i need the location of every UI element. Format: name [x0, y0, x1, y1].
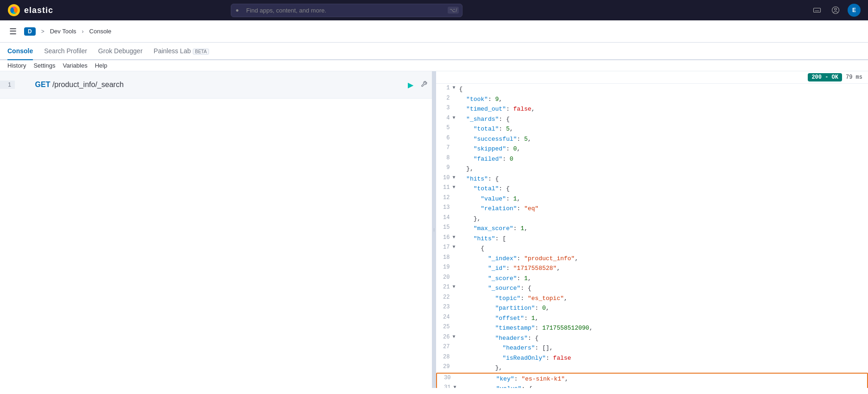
output-line-content: "timestamp": 1717558512090,: [458, 323, 868, 333]
output-line-content: "key": "es-sink-k1",: [459, 374, 868, 384]
url-path: /product_info/_search: [50, 81, 123, 88]
output-line-content: "_score": 1,: [458, 273, 868, 283]
avatar[interactable]: E: [848, 4, 861, 17]
secondary-nav: ☰ D > Dev Tools › Console: [0, 20, 868, 43]
subtoolbar-settings[interactable]: Settings: [33, 62, 55, 69]
fold-arrow: [454, 374, 459, 375]
output-line-content: "total": {: [458, 183, 868, 194]
http-method: GET: [35, 81, 51, 88]
output-line-number: 15: [436, 223, 453, 231]
fold-arrow[interactable]: ▼: [453, 243, 458, 250]
output-line-number: 20: [436, 273, 453, 281]
output-line-content: "headers": {: [458, 333, 868, 343]
tab-search-profiler[interactable]: Search Profiler: [44, 43, 87, 60]
output-line-content: {: [458, 243, 868, 253]
svg-rect-5: [813, 8, 820, 13]
output-line-number: 22: [436, 293, 453, 300]
line-number-1: 1: [0, 81, 15, 89]
breadcrumb-console: Console: [89, 28, 112, 35]
fold-arrow: [453, 134, 458, 135]
output-line-number: 30: [437, 374, 454, 381]
output-line-content: },: [458, 213, 868, 224]
output-line-content: },: [458, 363, 868, 373]
output-line: 19 "_id": "1717558528",: [436, 263, 868, 273]
hamburger-button[interactable]: ☰: [7, 25, 19, 38]
highlight-box: 30 "key": "es-sink-k1",31▼ "value": {32 …: [436, 373, 868, 388]
subtoolbar-help[interactable]: Help: [95, 62, 108, 69]
output-line: 13 "relation": "eq": [436, 203, 868, 213]
svg-point-7: [835, 8, 837, 11]
run-button[interactable]: ▶: [408, 81, 413, 89]
output-line-content: "successful": 5,: [458, 134, 868, 144]
input-panel: 1 GET /product_info/_search ▶: [0, 71, 432, 388]
wrench-button[interactable]: [421, 81, 427, 89]
editor-area: 1 GET /product_info/_search ▶ ⁝ 200 - OK…: [0, 71, 868, 388]
breadcrumb-separator2: ›: [82, 28, 84, 35]
panel-divider[interactable]: ⁝: [432, 71, 436, 388]
output-line-number: 26: [436, 333, 453, 340]
output-line: 3 "timed_out": false,: [436, 104, 868, 114]
output-line-number: 29: [436, 363, 453, 370]
output-line-number: 18: [436, 253, 453, 261]
output-line-content: "timed_out": false,: [458, 104, 868, 114]
fold-arrow: [453, 144, 458, 145]
status-badge: 200 - OK: [808, 73, 842, 81]
output-content: 1▼{2 "took": 9,3 "timed_out": false,4▼ "…: [436, 84, 868, 388]
output-line-number: 27: [436, 343, 453, 350]
tab-painless-lab[interactable]: Painless LabBETA: [154, 43, 209, 60]
svg-point-3: [10, 7, 14, 13]
fold-arrow: [453, 163, 458, 165]
breadcrumb-devtools[interactable]: Dev Tools: [50, 28, 76, 35]
fold-arrow[interactable]: ▼: [453, 333, 458, 339]
input-content[interactable]: GET /product_info/_search: [15, 72, 432, 97]
output-line-number: 16: [436, 233, 453, 241]
fold-arrow[interactable]: ▼: [453, 114, 458, 120]
fold-arrow: [453, 203, 458, 205]
output-line-content: "took": 9,: [458, 94, 868, 104]
fold-arrow[interactable]: ▼: [453, 183, 458, 190]
tab-console[interactable]: Console: [7, 43, 33, 60]
output-line-content: "headers": [],: [458, 343, 868, 353]
output-line: 16▼ "hits": [: [436, 233, 868, 244]
output-line: 30 "key": "es-sink-k1",: [437, 374, 868, 384]
output-line: 28 "isReadOnly": false: [436, 353, 868, 363]
output-line-number: 3: [436, 104, 453, 111]
output-line-number: 9: [436, 163, 453, 171]
fold-arrow[interactable]: ▼: [454, 383, 459, 388]
output-line-number: 7: [436, 144, 453, 151]
output-line-content: "relation": "eq": [458, 203, 868, 213]
fold-arrow[interactable]: ▼: [453, 174, 458, 180]
output-line: 8 "failed": 0: [436, 154, 868, 164]
fold-arrow: [453, 124, 458, 125]
fold-arrow[interactable]: ▼: [453, 283, 458, 289]
output-line-content: "_shards": {: [458, 114, 868, 124]
output-line: 7 "skipped": 0,: [436, 144, 868, 154]
output-line: 26▼ "headers": {: [436, 333, 868, 343]
output-line-number: 31: [437, 383, 454, 388]
fold-arrow: [453, 223, 458, 225]
elastic-logo[interactable]: elastic: [7, 4, 53, 17]
output-line-content: "skipped": 0,: [458, 144, 868, 154]
output-line-content: "total": 5,: [458, 124, 868, 134]
fold-arrow[interactable]: ▼: [453, 233, 458, 240]
output-line-content: "value": {: [459, 383, 868, 388]
global-search[interactable]: ● ⌥/: [231, 4, 463, 17]
fold-arrow[interactable]: ▼: [453, 84, 458, 90]
user-circle-icon[interactable]: [829, 4, 842, 17]
global-search-input[interactable]: [231, 4, 463, 17]
breadcrumb-badge[interactable]: D: [24, 27, 36, 36]
subtoolbar-variables[interactable]: Variables: [63, 62, 87, 69]
fold-arrow: [453, 154, 458, 155]
keyboard-icon[interactable]: [811, 4, 824, 17]
output-line-number: 13: [436, 203, 453, 211]
subtoolbar-history[interactable]: History: [7, 62, 26, 69]
output-line: 4▼ "_shards": {: [436, 114, 868, 124]
fold-arrow: [453, 303, 458, 304]
output-line: 21▼ "_source": {: [436, 283, 868, 293]
output-line-number: 24: [436, 313, 453, 320]
fold-arrow: [453, 323, 458, 324]
editor-line-1[interactable]: 1 GET /product_info/_search ▶: [0, 71, 432, 99]
output-line-number: 10: [436, 174, 453, 181]
output-line: 9 },: [436, 163, 868, 174]
tab-grok-debugger[interactable]: Grok Debugger: [98, 43, 143, 60]
